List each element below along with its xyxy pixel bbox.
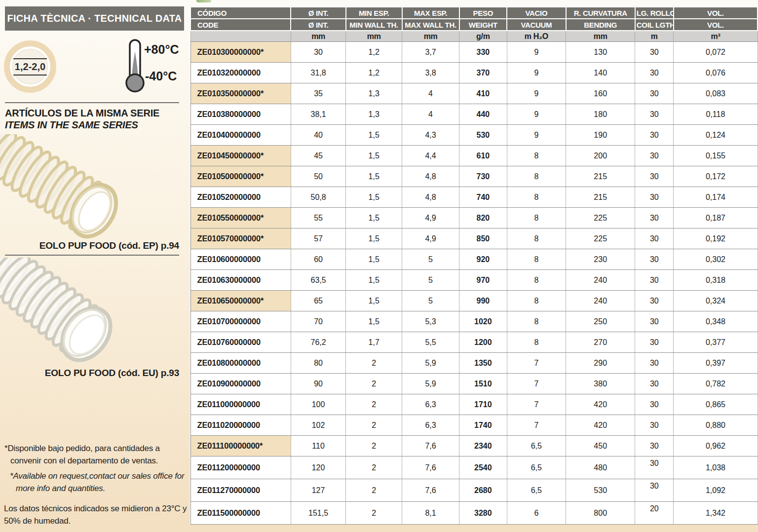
header-en-6: BENDING	[566, 19, 635, 31]
value-cell: 2	[346, 502, 402, 525]
section-divider	[5, 102, 179, 103]
value-cell: 480	[566, 456, 635, 479]
footnote-available-en: *Available on request,contact our sales …	[16, 470, 189, 494]
value-cell: 3280	[459, 502, 507, 525]
value-cell: 1,5	[346, 208, 402, 228]
value-cell: 130	[566, 42, 635, 63]
value-cell: 190	[566, 125, 635, 146]
value-cell: 850	[459, 228, 507, 249]
value-cell: 0,172	[674, 166, 758, 187]
unit-cell-6: mm	[566, 31, 635, 42]
value-cell: 45	[291, 146, 345, 166]
header-en-1: Ø INT.	[291, 19, 345, 31]
value-cell: 240	[566, 291, 635, 311]
value-cell: 30	[635, 125, 674, 146]
footnote-measured-en: The technical data here reported have be…	[8, 529, 183, 532]
value-cell: 4,8	[402, 166, 459, 187]
value-cell: 990	[459, 291, 507, 311]
value-cell: 100	[291, 394, 345, 415]
header-en-0: CODE	[190, 19, 291, 31]
value-cell: 1,038	[674, 456, 758, 479]
value-cell: 30	[635, 332, 674, 353]
code-cell: ZE010630000000	[190, 270, 291, 291]
units-row: mmmmmmg/mm H₂Ommmm³	[190, 31, 758, 42]
value-cell: 9	[507, 42, 566, 63]
value-cell: 800	[566, 502, 635, 525]
value-cell: 7,6	[402, 479, 459, 502]
value-cell: 8	[507, 332, 566, 353]
wall-thickness-value: 1,2-2,0	[13, 58, 47, 76]
temp-min-label: -40°C	[145, 69, 177, 83]
value-cell: 370	[459, 63, 507, 83]
table-row: ZE01032000000031,81,23,83709140300,076	[190, 63, 758, 83]
value-cell: 4,9	[402, 228, 459, 249]
related-item-caption: EOLO PU FOOD (cód. EU) p.93	[5, 368, 179, 379]
value-cell: 127	[291, 479, 345, 502]
value-cell: 200	[566, 146, 635, 166]
code-cell: ZE011000000000	[190, 394, 291, 415]
code-cell: ZE010570000000*	[190, 228, 291, 249]
table-row: ZE01127000000012727,626806,5530301,092	[190, 479, 758, 502]
value-cell: 9	[507, 83, 566, 104]
footnotes: *Disponible bajo pedido, para cantidades…	[4, 442, 189, 532]
value-cell: 0,782	[674, 374, 758, 394]
value-cell: 0,083	[674, 83, 758, 104]
value-cell: 1,2	[346, 42, 402, 63]
value-cell: 0,397	[674, 353, 758, 374]
value-cell: 0,155	[674, 146, 758, 166]
value-cell: 1,5	[346, 146, 402, 166]
series-heading-en: ITEMS IN THE SAME SERIES	[5, 119, 138, 131]
value-cell: 8,1	[402, 502, 459, 525]
value-cell: 0,880	[674, 415, 758, 436]
value-cell: 30	[635, 228, 674, 249]
table-row: ZE0109000000009025,915107380300,782	[190, 374, 758, 394]
value-cell: 4	[402, 83, 459, 104]
value-cell: 8	[507, 270, 566, 291]
unit-cell-0	[190, 31, 291, 42]
header-en-8: VOL.	[674, 19, 758, 31]
value-cell: 30	[291, 42, 345, 63]
table-row: ZE010570000000*571,54,98508225300,192	[190, 228, 758, 249]
code-cell: ZE010760000000	[190, 332, 291, 353]
value-cell: 1,5	[346, 311, 402, 332]
value-cell: 35	[291, 83, 345, 104]
value-cell: 30	[635, 374, 674, 394]
unit-cell-7: m	[635, 31, 674, 42]
value-cell: 0,124	[674, 125, 758, 146]
value-cell: 0,076	[674, 63, 758, 83]
header-es-7: LG. ROLLO	[635, 7, 674, 19]
value-cell: 2	[346, 353, 402, 374]
table-row: ZE010400000000401,54,35309190300,124	[190, 125, 758, 146]
value-cell: 920	[459, 249, 507, 270]
value-cell: 30	[635, 291, 674, 311]
value-cell: 1,5	[346, 166, 402, 187]
code-cell: ZE010600000000	[190, 249, 291, 270]
table-row: ZE010350000000*351,344109160300,083	[190, 83, 758, 104]
code-cell: ZE010380000000	[190, 104, 291, 125]
value-cell: 450	[566, 436, 635, 456]
value-cell: 102	[291, 415, 345, 436]
header-en-4: WEIGHT	[459, 19, 507, 31]
value-cell: 2680	[459, 479, 507, 502]
value-cell: 70	[291, 311, 345, 332]
value-cell: 225	[566, 208, 635, 228]
value-cell: 6,5	[507, 456, 566, 479]
value-cell: 90	[291, 374, 345, 394]
value-cell: 7	[507, 353, 566, 374]
value-cell: 250	[566, 311, 635, 332]
unit-cell-1: mm	[291, 31, 345, 42]
unit-cell-5: m H₂O	[507, 31, 566, 42]
table-row: ZE010600000000601,559208230300,302	[190, 249, 758, 270]
code-cell: ZE011270000000	[190, 479, 291, 502]
value-cell: 4,9	[402, 208, 459, 228]
value-cell: 1,3	[346, 104, 402, 125]
page-title: FICHA TÈCNICA · TECHNICAL DATA	[5, 6, 184, 31]
value-cell: 820	[459, 208, 507, 228]
value-cell: 330	[459, 42, 507, 63]
value-cell: 8	[507, 166, 566, 187]
table-row: ZE01120000000012027,625406,5480301,038	[190, 456, 758, 479]
value-cell: 530	[566, 479, 635, 502]
value-cell: 0,118	[674, 104, 758, 125]
value-cell: 8	[507, 187, 566, 208]
technical-data-table: CÓDIGOØ INT.MIN ESP.MAX ESP.PESOVACIOR. …	[190, 6, 758, 525]
